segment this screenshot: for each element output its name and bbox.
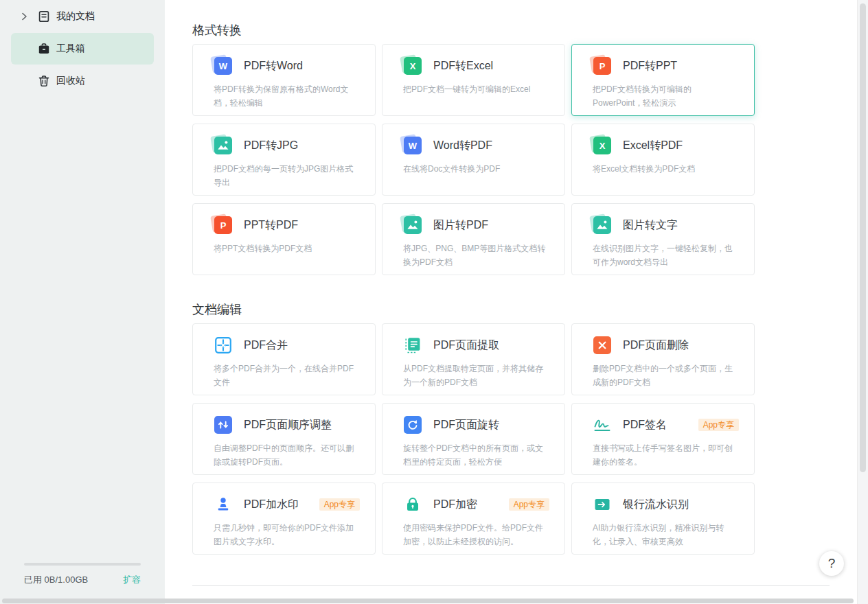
pdf-to-jpg-icon <box>214 136 233 155</box>
vertical-scrollbar-thumb[interactable] <box>860 3 866 472</box>
indent-spacer <box>19 44 29 54</box>
reorder-pages-icon <box>214 415 233 434</box>
tool-description: 把PDF文档转换为可编辑的PowerPoint，轻松演示 <box>593 82 739 110</box>
tool-title: Excel转PDF <box>623 139 683 153</box>
tool-card[interactable]: 银行流水识别 AI助力银行流水识别，精准识别与转化，让录入、审核更高效 <box>571 483 755 555</box>
tool-card[interactable]: 图片转文字 在线识别图片文字，一键轻松复制，也可作为word文档导出 <box>571 203 755 275</box>
main-content: 格式转换 W PDF转Word 将PDF转换为保留原有格式的Word文档，轻松编… <box>165 0 857 604</box>
tool-card-header: X PDF转Excel <box>403 56 549 76</box>
section-title: 文档编辑 <box>192 275 857 323</box>
sidebar-nav: 我的文档 工具箱 回收站 <box>0 1 165 97</box>
tool-description: 在线将Doc文件转换为PDF <box>403 162 549 176</box>
tool-card[interactable]: 图片转PDF 将JPG、PNG、BMP等图片格式文档转换为PDF文档 <box>382 203 565 275</box>
tool-title: PDF转PPT <box>623 59 677 73</box>
signature-icon <box>593 415 612 434</box>
sidebar-item-label: 我的文档 <box>56 10 95 23</box>
tool-card[interactable]: PDF加密 App专享 使用密码来保护PDF文件。给PDF文件加密，以防止未经授… <box>382 483 565 555</box>
storage-info: 已用 0B/1.00GB 扩容 <box>0 563 165 586</box>
document-icon <box>38 10 50 23</box>
tool-card-header: PDF页面删除 <box>593 336 739 355</box>
tool-card[interactable]: PDF页面旋转 旋转整个PDF文档中的所有页面，或文档里的特定页面，轻松方便 <box>382 403 565 475</box>
tool-card[interactable]: PDF页面顺序调整 自由调整PDF中的页面顺序。还可以删除或旋转PDF页面。 <box>192 403 376 475</box>
tool-description: AI助力银行流水识别，精准识别与转化，让录入、审核更高效 <box>593 521 739 548</box>
tool-card-header: PDF页面旋转 <box>403 415 549 434</box>
chevron-right-icon[interactable] <box>19 12 29 21</box>
tool-card-header: X Excel转PDF <box>593 136 739 155</box>
tool-card[interactable]: PDF合并 将多个PDF合并为一个，在线合并PDF文件 <box>192 323 376 395</box>
tool-description: 自由调整PDF中的页面顺序。还可以删除或旋转PDF页面。 <box>214 441 360 469</box>
help-button[interactable]: ? <box>819 551 844 576</box>
sidebar-item-label: 工具箱 <box>56 43 85 55</box>
tool-card[interactable]: PDF签名 App专享 直接书写或上传手写签名图片，即可创建你的签名。 <box>571 403 755 475</box>
tool-card[interactable]: P PDF转PPT 把PDF文档转换为可编辑的PowerPoint，轻松演示 <box>571 44 755 116</box>
tool-description: 旋转整个PDF文档中的所有页面，或文档里的特定页面，轻松方便 <box>403 441 549 469</box>
tool-card-header: PDF签名 App专享 <box>593 415 739 434</box>
pdf-to-excel-icon: X <box>403 56 422 76</box>
tool-card-header: P PPT转PDF <box>214 216 360 235</box>
tool-card[interactable]: PDF页面提取 从PDF文档提取特定页面，并将其储存为一个新的PDF文档 <box>382 323 565 395</box>
tool-card[interactable]: X PDF转Excel 把PDF文档一键转为可编辑的Excel <box>382 44 565 116</box>
indent-spacer <box>19 76 29 86</box>
toolbox-icon <box>38 43 50 55</box>
tool-card[interactable]: P PPT转PDF 将PPT文档转换为PDF文档 <box>192 203 376 275</box>
tool-card-header: PDF页面提取 <box>403 336 549 355</box>
tool-card[interactable]: X Excel转PDF 将Excel文档转换为PDF文档 <box>571 124 755 196</box>
tool-card[interactable]: W Word转PDF 在线将Doc文件转换为PDF <box>382 124 565 196</box>
tool-title: 图片转文字 <box>623 218 678 233</box>
word-to-pdf-icon: W <box>403 136 422 155</box>
app-only-badge: App专享 <box>509 498 549 511</box>
bank-statement-icon <box>593 495 612 514</box>
horizontal-scrollbar[interactable] <box>0 599 868 604</box>
extract-pages-icon <box>403 336 422 355</box>
sidebar-item-recycle-bin[interactable]: 回收站 <box>11 65 154 97</box>
tool-sections: 格式转换 W PDF转Word 将PDF转换为保留原有格式的Word文档，轻松编… <box>192 0 857 555</box>
tool-title: PPT转PDF <box>244 218 298 233</box>
tool-card[interactable]: W PDF转Word 将PDF转换为保留原有格式的Word文档，轻松编辑 <box>192 44 376 116</box>
rotate-pages-icon <box>403 415 422 434</box>
encrypt-icon <box>403 495 422 514</box>
sidebar-item-toolbox[interactable]: 工具箱 <box>11 33 154 65</box>
tool-card-header: PDF页面顺序调整 <box>214 415 360 434</box>
expand-storage-link[interactable]: 扩容 <box>123 574 141 586</box>
app-only-badge: App专享 <box>698 419 739 431</box>
tool-title: PDF加水印 <box>244 498 299 512</box>
tool-title: PDF页面提取 <box>433 338 499 353</box>
tool-description: 只需几秒钟，即可给你的PDF文件添加图片或文字水印。 <box>214 521 360 548</box>
tool-card-header: 图片转文字 <box>593 216 739 235</box>
tool-card[interactable]: PDF转JPG 把PDF文档的每一页转为JPG图片格式导出 <box>192 124 376 196</box>
tool-description: 将多个PDF合并为一个，在线合并PDF文件 <box>214 362 360 389</box>
tool-title: 银行流水识别 <box>623 498 689 512</box>
tool-section: 文档编辑 PDF合并 将多个PDF合并为一个，在线合并PDF文件 PDF页面提取… <box>192 275 857 555</box>
vertical-scrollbar[interactable] <box>857 0 868 604</box>
tool-title: 图片转PDF <box>433 218 488 233</box>
watermark-icon <box>214 495 233 514</box>
tool-description: 从PDF文档提取特定页面，并将其储存为一个新的PDF文档 <box>403 362 549 389</box>
tool-title: PDF签名 <box>623 418 667 432</box>
tool-description: 将PDF转换为保留原有格式的Word文档，轻松编辑 <box>214 82 360 110</box>
delete-pages-icon <box>593 336 612 355</box>
ppt-to-pdf-icon: P <box>214 216 233 235</box>
tool-card-header: P PDF转PPT <box>593 56 739 76</box>
horizontal-scrollbar-thumb[interactable] <box>2 599 854 603</box>
tool-title: PDF页面删除 <box>623 338 689 353</box>
tool-description: 在线识别图片文字，一键轻松复制，也可作为word文档导出 <box>593 242 739 269</box>
tool-title: PDF页面旋转 <box>433 418 499 432</box>
tool-title: PDF转JPG <box>244 139 298 153</box>
tool-title: PDF加密 <box>433 498 477 512</box>
trash-icon <box>38 75 50 87</box>
sidebar-item-label: 回收站 <box>56 75 85 87</box>
app-only-badge: App专享 <box>319 498 360 511</box>
tool-description: 把PDF文档的每一页转为JPG图片格式导出 <box>214 162 360 189</box>
image-to-pdf-icon <box>403 216 422 235</box>
tool-title: PDF页面顺序调整 <box>244 418 332 432</box>
tool-grid: PDF合并 将多个PDF合并为一个，在线合并PDF文件 PDF页面提取 从PDF… <box>192 323 857 555</box>
tool-description: 把PDF文档一键转为可编辑的Excel <box>403 82 549 96</box>
tool-description: 将Excel文档转换为PDF文档 <box>593 162 739 176</box>
tool-card[interactable]: PDF加水印 App专享 只需几秒钟，即可给你的PDF文件添加图片或文字水印。 <box>192 483 376 555</box>
tool-card[interactable]: PDF页面删除 删除PDF文档中的一个或多个页面，生成新的PDF文档 <box>571 323 755 395</box>
pdf-merge-icon <box>214 336 233 355</box>
sidebar: 我的文档 工具箱 回收站 已用 0B/1.00GB 扩容 <box>0 0 165 604</box>
sidebar-item-my-documents[interactable]: 我的文档 <box>11 1 154 32</box>
content-divider <box>192 585 830 586</box>
storage-used-label: 已用 0B/1.00GB <box>24 574 88 586</box>
